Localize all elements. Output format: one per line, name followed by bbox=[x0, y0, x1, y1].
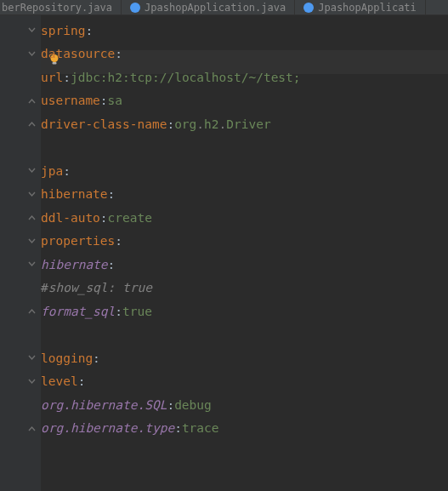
yaml-key: jpa bbox=[41, 164, 63, 178]
gutter bbox=[0, 15, 41, 491]
colon: : bbox=[167, 398, 174, 412]
fold-end-icon[interactable] bbox=[27, 120, 36, 128]
tab-file-1[interactable]: berRepository.java bbox=[0, 0, 122, 14]
fold-toggle-icon[interactable] bbox=[27, 49, 36, 58]
java-class-icon bbox=[303, 3, 314, 13]
yaml-value: jdbc:h2:tcp://localhost/~/test; bbox=[71, 71, 301, 84]
fold-end-icon[interactable] bbox=[27, 424, 36, 432]
yaml-value: Driver bbox=[226, 117, 270, 131]
yaml-value: debug bbox=[174, 398, 212, 412]
comment-hash: # bbox=[41, 281, 48, 294]
colon: : bbox=[108, 258, 116, 271]
editor-area: spring: datasource: url: jdbc:h2:tcp://l… bbox=[0, 15, 448, 491]
yaml-key: ddl-auto bbox=[41, 211, 100, 225]
yaml-key: spring bbox=[41, 24, 85, 37]
tab-file-2[interactable]: JpashopApplication.java bbox=[122, 0, 295, 14]
colon: : bbox=[78, 374, 86, 388]
fold-toggle-icon[interactable] bbox=[27, 26, 36, 35]
yaml-value: h2 bbox=[204, 117, 218, 131]
dot: . bbox=[219, 117, 227, 131]
yaml-value: org bbox=[174, 117, 196, 131]
fold-toggle-icon[interactable] bbox=[27, 354, 36, 363]
colon: : bbox=[115, 47, 122, 60]
fold-end-icon[interactable] bbox=[27, 96, 36, 105]
tab-label: JpashopApplication.java bbox=[145, 2, 286, 14]
yaml-key: username bbox=[41, 94, 100, 107]
fold-toggle-icon[interactable] bbox=[27, 260, 36, 269]
colon: : bbox=[108, 187, 116, 201]
yaml-key: format_sql bbox=[41, 305, 115, 318]
yaml-key: datasource bbox=[41, 47, 115, 60]
yaml-value: create bbox=[108, 211, 152, 225]
yaml-key: hibernate bbox=[41, 258, 108, 271]
editor-tabs: berRepository.java JpashopApplication.ja… bbox=[0, 0, 448, 15]
tab-file-3[interactable]: JpashopApplicati bbox=[295, 0, 426, 14]
colon: : bbox=[63, 71, 71, 84]
fold-toggle-icon[interactable] bbox=[27, 377, 36, 385]
fold-toggle-icon[interactable] bbox=[27, 237, 36, 245]
yaml-key: driver-class-name bbox=[41, 117, 167, 131]
yaml-key: org.hibernate.type bbox=[41, 421, 174, 435]
comment-text: : bbox=[108, 281, 122, 294]
tab-label: JpashopApplicati bbox=[318, 2, 417, 14]
fold-toggle-icon[interactable] bbox=[27, 190, 36, 198]
java-class-icon bbox=[130, 3, 140, 13]
fold-end-icon[interactable] bbox=[27, 214, 36, 222]
colon: : bbox=[115, 234, 122, 248]
yaml-value: trace bbox=[182, 421, 219, 435]
dot: . bbox=[196, 117, 204, 131]
colon: : bbox=[100, 94, 108, 107]
tab-label: berRepository.java bbox=[2, 2, 112, 14]
yaml-value: true bbox=[122, 305, 152, 318]
comment-text: show_sql bbox=[48, 281, 108, 294]
yaml-key: hibernate bbox=[41, 187, 108, 201]
yaml-key: properties bbox=[41, 234, 115, 248]
colon: : bbox=[174, 421, 182, 435]
code-content[interactable]: spring: datasource: url: jdbc:h2:tcp://l… bbox=[41, 15, 448, 491]
fold-toggle-icon[interactable] bbox=[27, 167, 36, 175]
yaml-key: org.hibernate.SQL bbox=[41, 398, 167, 412]
colon: : bbox=[63, 164, 71, 178]
colon: : bbox=[115, 305, 122, 318]
colon: : bbox=[167, 117, 174, 131]
fold-end-icon[interactable] bbox=[27, 307, 36, 316]
yaml-key: level bbox=[41, 374, 78, 388]
yaml-key: url bbox=[41, 71, 63, 84]
yaml-key: logging bbox=[41, 351, 93, 365]
colon: : bbox=[93, 351, 100, 365]
comment-text: true bbox=[122, 281, 152, 294]
colon: : bbox=[85, 24, 93, 37]
yaml-value: sa bbox=[108, 94, 122, 107]
colon: : bbox=[100, 211, 108, 225]
